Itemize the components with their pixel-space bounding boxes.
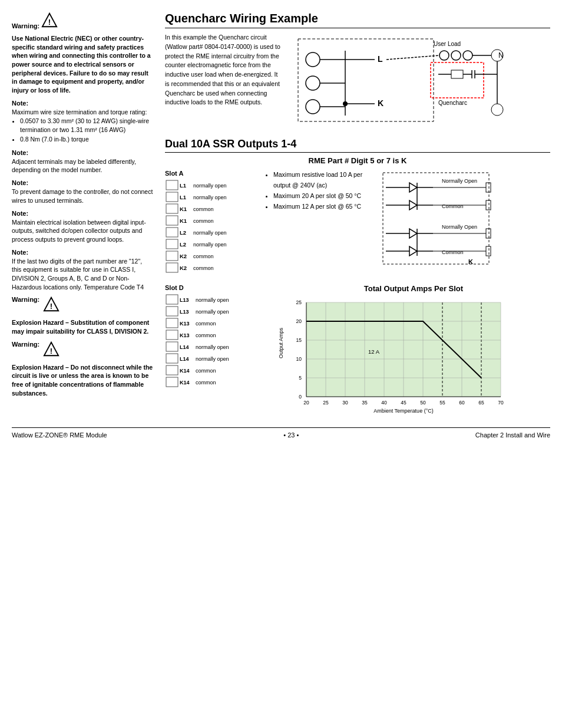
svg-rect-99 — [166, 330, 178, 340]
svg-text:Quencharc: Quencharc — [438, 100, 467, 106]
note4-text: Maintain electrical isolation between di… — [12, 218, 153, 244]
svg-text:K: K — [468, 258, 473, 265]
footer-chapter: Chapter 2 Install and Wire — [475, 431, 550, 439]
svg-point-7 — [306, 52, 320, 67]
svg-marker-80 — [409, 246, 417, 256]
svg-text:55: 55 — [439, 400, 445, 406]
list-item: Maximum 20 A per slot @ 50 °C — [273, 191, 371, 202]
svg-text:50: 50 — [420, 400, 426, 406]
svg-text:common: common — [193, 253, 214, 259]
svg-text:!: ! — [50, 302, 52, 311]
svg-point-9 — [306, 100, 320, 114]
chart-title: Total Output Amps Per Slot — [277, 284, 550, 293]
note1-label: Note: — [12, 100, 153, 107]
svg-text:25: 25 — [296, 299, 302, 305]
ssr-bullets: Maximum resistive load 10 A per output @… — [265, 170, 371, 275]
warning3-box: Warning: ! Explosion Hazard – Do not dis… — [12, 341, 153, 398]
svg-text:normally open: normally open — [196, 356, 229, 362]
svg-text:L1: L1 — [180, 182, 187, 189]
svg-text:normally open: normally open — [193, 242, 227, 248]
svg-text:L13: L13 — [180, 297, 189, 303]
svg-text:Output Amps: Output Amps — [278, 327, 284, 358]
svg-rect-6 — [298, 39, 434, 121]
note1-bullets: 0.0507 to 3.30 mm² (30 to 12 AWG) single… — [20, 117, 153, 144]
svg-rect-75 — [486, 200, 491, 210]
svg-text:25: 25 — [323, 400, 329, 406]
svg-rect-24 — [431, 62, 484, 98]
svg-text:K2: K2 — [180, 253, 187, 259]
svg-text:K13: K13 — [180, 321, 190, 327]
note5-text: If the last two digits of the part numbe… — [12, 257, 153, 292]
slot-d-title: Slot D — [165, 284, 271, 291]
quencharc-content: In this example the Quencharc circuit (W… — [165, 33, 550, 129]
svg-text:10: 10 — [296, 356, 302, 362]
svg-text:0: 0 — [299, 394, 302, 400]
bottom-dual: Slot D L13 normally open L13 normally op… — [165, 284, 550, 416]
svg-text:N: N — [498, 51, 504, 60]
svg-rect-53 — [166, 239, 178, 249]
svg-text:65: 65 — [478, 400, 484, 406]
warning2-text: Explosion Hazard – Substitution of compo… — [12, 318, 153, 335]
svg-marker-79 — [409, 229, 417, 238]
dual-ssr-section: Dual 10A SSR Outputs 1-4 RME Part # Digi… — [165, 138, 550, 416]
note2-text: Adjacent terminals may be labeled differ… — [12, 157, 153, 174]
svg-text:45: 45 — [401, 400, 406, 406]
left-column: Warning: ! Use National Electric (NEC) o… — [12, 12, 153, 416]
svg-rect-62 — [383, 173, 489, 264]
svg-text:common: common — [196, 321, 216, 327]
right-column: Quencharc Wiring Example In this example… — [165, 12, 550, 416]
svg-point-8 — [306, 76, 320, 90]
list-item: 0.8 Nm (7.0 in-lb.) torque — [20, 135, 153, 144]
warning1-triangle-icon: ! — [41, 22, 58, 29]
svg-text:L2: L2 — [180, 229, 186, 236]
note5-label: Note: — [12, 249, 153, 256]
dual-content: Slot A L1 normally open L1 normally open — [165, 170, 550, 275]
svg-rect-59 — [166, 263, 178, 272]
note3-text: To prevent damage to the controller, do … — [12, 187, 153, 205]
svg-text:normally open: normally open — [196, 344, 229, 350]
svg-text:L: L — [378, 54, 383, 64]
svg-text:30: 30 — [342, 400, 348, 406]
warning3-text: Explosion Hazard – Do not disconnect whi… — [12, 363, 153, 398]
warning1-label: Warning: — [12, 22, 39, 29]
list-item: Maximum resistive load 10 A per output @… — [273, 170, 371, 191]
page-container: Warning: ! Use National Electric (NEC) o… — [12, 12, 550, 439]
svg-text:12 A: 12 A — [368, 348, 380, 355]
svg-point-18 — [343, 101, 348, 106]
svg-rect-44 — [166, 204, 178, 213]
slot-a-diagram: Slot A L1 normally open L1 normally open — [165, 170, 259, 275]
svg-rect-41 — [166, 192, 178, 202]
svg-rect-96 — [166, 318, 178, 328]
svg-text:L14: L14 — [180, 356, 189, 362]
svg-text:K13: K13 — [180, 332, 190, 338]
svg-text:L1: L1 — [180, 194, 187, 200]
ssr-circuit-diagram: Normally Open Common — [377, 170, 550, 275]
list-item: Maximum 12 A per slot @ 65 °C — [273, 202, 371, 212]
svg-text:60: 60 — [459, 400, 465, 406]
svg-text:!: ! — [50, 347, 52, 355]
warning2-label: Warning: — [12, 296, 39, 303]
top-section: Warning: ! Use National Electric (NEC) o… — [12, 12, 550, 416]
svg-rect-50 — [166, 228, 178, 237]
svg-text:K1: K1 — [180, 206, 187, 212]
svg-rect-38 — [166, 180, 178, 190]
svg-text:Normally Open: Normally Open — [442, 224, 477, 230]
svg-point-22 — [463, 51, 472, 60]
svg-text:K2: K2 — [180, 265, 187, 271]
svg-text:common: common — [193, 206, 214, 212]
svg-text:normally open: normally open — [193, 183, 227, 189]
dual-ssr-subtitle: RME Part # Digit 5 or 7 is K — [165, 156, 550, 165]
footer-page-number: • 23 • — [283, 431, 299, 439]
svg-text:L2: L2 — [180, 241, 186, 248]
svg-rect-56 — [166, 251, 178, 261]
svg-text:K14: K14 — [180, 368, 190, 374]
svg-text:normally open: normally open — [196, 297, 229, 303]
svg-text:normally open: normally open — [193, 195, 227, 200]
svg-point-34 — [491, 104, 503, 116]
note4-label: Note: — [12, 210, 153, 217]
svg-text:15: 15 — [296, 337, 302, 343]
svg-line-23 — [386, 55, 439, 60]
slot-a-title: Slot A — [165, 170, 259, 177]
svg-text:20: 20 — [303, 400, 309, 406]
quencharc-title: Quencharc Wiring Example — [165, 12, 550, 28]
